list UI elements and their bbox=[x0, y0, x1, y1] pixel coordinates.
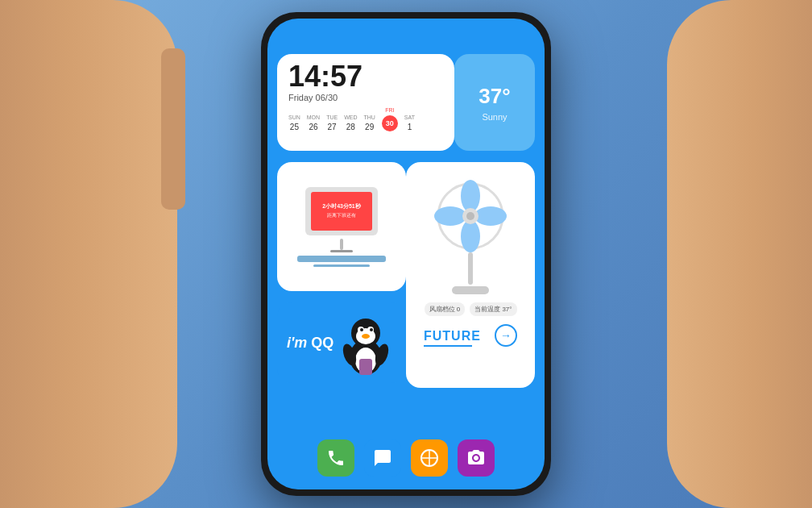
monitor-stand-area bbox=[340, 239, 343, 250]
fan-brand-row: FUTURE → bbox=[417, 323, 524, 347]
widget-qq[interactable]: i'm QQ bbox=[277, 302, 406, 383]
qq-text-label: i'm QQ bbox=[287, 335, 334, 352]
dock-icon-safari[interactable] bbox=[411, 439, 448, 477]
calendar-days: SUN 25 MON 26 TUE 27 WED 28 bbox=[288, 107, 443, 131]
cal-day-sun: SUN 25 bbox=[288, 115, 300, 131]
cal-day-tue: TUE 27 bbox=[326, 115, 338, 131]
fan-neck bbox=[468, 252, 473, 285]
fan-svg bbox=[434, 180, 507, 252]
qq-penguin bbox=[342, 310, 390, 375]
fan-temp: 当前温度 37° bbox=[470, 302, 516, 316]
fan-position: 风扇档位 0 bbox=[425, 302, 466, 316]
weather-condition: Sunny bbox=[482, 112, 507, 122]
fan-info: 风扇档位 0 当前温度 37° bbox=[425, 302, 517, 316]
scene: 14:57 Friday 06/30 SUN 25 MON 26 TUE 27 bbox=[0, 0, 812, 508]
widget-weather[interactable]: 37° Sunny bbox=[454, 54, 535, 151]
timer-text2: 距离下班还有 bbox=[327, 212, 356, 219]
widget-calendar[interactable]: 14:57 Friday 06/30 SUN 25 MON 26 TUE 27 bbox=[277, 54, 454, 151]
monitor-screen: 2小时43分51秒 距离下班还有 bbox=[311, 192, 372, 231]
widget-fan[interactable]: 风扇档位 0 当前温度 37° FUTURE → bbox=[406, 162, 535, 388]
fan-arrow-button[interactable]: → bbox=[495, 324, 517, 347]
svg-point-13 bbox=[360, 328, 363, 331]
monitor-stand bbox=[340, 239, 343, 250]
cal-day-wed: WED 28 bbox=[344, 115, 357, 131]
dock bbox=[317, 439, 495, 477]
cal-day-mon: MON 26 bbox=[307, 115, 320, 131]
desk-legs bbox=[313, 264, 370, 267]
svg-point-14 bbox=[370, 328, 373, 331]
dock-icon-camera[interactable] bbox=[458, 439, 495, 477]
fan-illustration bbox=[434, 180, 507, 252]
timer-monitor: 2小时43分51秒 距离下班还有 bbox=[305, 187, 378, 235]
status-bar bbox=[267, 19, 545, 54]
weather-temperature: 37° bbox=[478, 84, 510, 109]
calendar-time: 14:57 bbox=[288, 62, 443, 91]
svg-point-1 bbox=[461, 180, 480, 212]
svg-point-2 bbox=[474, 206, 507, 226]
dock-icon-messages[interactable] bbox=[364, 439, 401, 477]
cal-day-thu: THU 29 bbox=[363, 115, 375, 131]
hand-left bbox=[0, 0, 177, 508]
phone-screen: 14:57 Friday 06/30 SUN 25 MON 26 TUE 27 bbox=[267, 19, 545, 489]
phone: 14:57 Friday 06/30 SUN 25 MON 26 TUE 27 bbox=[261, 12, 551, 496]
widget-timer[interactable]: 2小时43分51秒 距离下班还有 bbox=[277, 162, 406, 291]
monitor-base bbox=[330, 250, 353, 252]
svg-point-15 bbox=[362, 334, 370, 339]
calendar-date: Friday 06/30 bbox=[288, 93, 443, 102]
svg-point-3 bbox=[461, 220, 480, 252]
cal-day-sat: SAT 1 bbox=[404, 115, 415, 131]
hand-right bbox=[667, 0, 812, 508]
qq-purple-block bbox=[359, 359, 372, 375]
dock-icon-phone[interactable] bbox=[317, 439, 354, 477]
fan-arrow-icon: → bbox=[500, 329, 512, 342]
svg-point-4 bbox=[434, 206, 466, 226]
svg-point-6 bbox=[466, 212, 474, 220]
fan-brand-underline bbox=[424, 345, 472, 347]
fan-brand-group: FUTURE bbox=[420, 323, 481, 347]
fan-base bbox=[452, 286, 489, 294]
timer-text1: 2小时43分51秒 bbox=[322, 202, 360, 210]
desk bbox=[297, 256, 386, 262]
fan-brand-name: FUTURE bbox=[420, 329, 481, 344]
cal-day-fri: FRI 30 bbox=[382, 107, 398, 131]
